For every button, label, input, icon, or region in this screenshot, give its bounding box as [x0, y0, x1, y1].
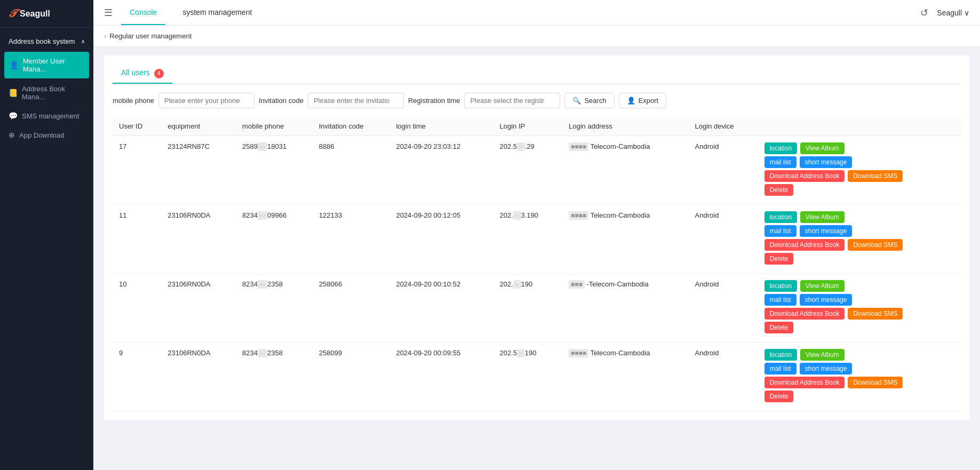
- sidebar-item-member-user[interactable]: 👤 Member User Mana...: [4, 52, 89, 78]
- cell-user-id: 10: [113, 273, 161, 342]
- export-button[interactable]: 👤 Export: [619, 93, 667, 108]
- hamburger-icon[interactable]: ☰: [104, 7, 113, 19]
- sidebar-section-address-book: Address book system ∧ 👤 Member User Mana…: [0, 28, 93, 149]
- mail-list-button[interactable]: mail list: [764, 294, 796, 306]
- cell-login-address: ■■■ -Telecom-Cambodia: [562, 273, 689, 342]
- tab-all-users[interactable]: All users 4: [113, 64, 172, 84]
- table-row: 9 23106RN0DA 8234···2358 258099 2024-09-…: [113, 342, 961, 411]
- filter-bar: mobile phone Invitation code Registratio…: [113, 93, 961, 108]
- location-button[interactable]: location: [764, 142, 797, 154]
- breadcrumb-current: Regular user management: [109, 32, 192, 40]
- short-message-button[interactable]: short message: [800, 363, 852, 375]
- cell-login-device: Android: [689, 273, 758, 342]
- mail-list-button[interactable]: mail list: [764, 156, 796, 168]
- address-book-icon: 📒: [9, 89, 18, 97]
- cell-invitation: 258099: [313, 342, 390, 411]
- cell-login-ip: 202.··3.190: [493, 204, 562, 273]
- table-row: 11 23106RN0DA 8234···09966 122133 2024-0…: [113, 204, 961, 273]
- filter-mobile-label: mobile phone: [113, 97, 154, 105]
- view-album-button[interactable]: View Album: [800, 349, 844, 361]
- short-message-button[interactable]: short message: [800, 294, 852, 306]
- delete-button[interactable]: Delete: [764, 391, 794, 402]
- user-chevron-icon: ∨: [964, 9, 969, 17]
- view-album-button[interactable]: View Album: [800, 280, 844, 292]
- cell-invitation: 258066: [313, 273, 390, 342]
- main-area: ☰ Console system management ↺ Seagull ∨ …: [93, 0, 980, 470]
- refresh-icon[interactable]: ↺: [920, 7, 928, 19]
- filter-mobile-input[interactable]: [158, 93, 254, 108]
- logo-text: Seagull: [20, 9, 50, 19]
- logo-icon: 𝒯: [9, 7, 15, 20]
- download-sms-button[interactable]: Download SMS: [848, 308, 903, 320]
- short-message-button[interactable]: short message: [800, 156, 852, 168]
- download-address-book-button[interactable]: Download Address Book: [764, 239, 845, 251]
- cell-login-time: 2024-09-20 23:03:12: [389, 136, 493, 204]
- breadcrumb: › Regular user management: [93, 26, 980, 47]
- mail-list-button[interactable]: mail list: [764, 363, 796, 375]
- search-label: Search: [584, 97, 606, 105]
- delete-button[interactable]: Delete: [764, 184, 794, 196]
- user-menu[interactable]: Seagull ∨: [937, 9, 969, 17]
- member-user-icon: 👤: [10, 61, 19, 69]
- cell-login-time: 2024-09-20 00:12:05: [389, 204, 493, 273]
- cell-invitation: 122133: [313, 204, 390, 273]
- cell-login-ip: 202.··190: [493, 273, 562, 342]
- cell-login-address: ■■■■ Telecom-Cambodia: [562, 204, 689, 273]
- tab-all-users-label: All users: [121, 68, 150, 77]
- col-user-id: User ID: [113, 117, 161, 136]
- sidebar: 𝒯 Seagull Address book system ∧ 👤 Member…: [0, 0, 93, 470]
- sidebar-item-label-member: Member User Mana...: [23, 57, 84, 73]
- filter-registration-input[interactable]: [464, 93, 560, 108]
- table-row: 10 23106RN0DA 8234···2358 258066 2024-09…: [113, 273, 961, 342]
- view-album-button[interactable]: View Album: [800, 142, 844, 154]
- cell-mobile: 2589···18031: [236, 136, 313, 204]
- download-address-book-button[interactable]: Download Address Book: [764, 308, 845, 320]
- cell-mobile: 8234···2358: [236, 273, 313, 342]
- export-icon: 👤: [627, 97, 635, 105]
- col-actions: [758, 117, 961, 136]
- mail-list-button[interactable]: mail list: [764, 225, 796, 237]
- tab-all-users-badge: 4: [154, 69, 164, 78]
- cell-actions: location View Album mail list short mess…: [758, 273, 961, 342]
- location-button[interactable]: location: [764, 211, 797, 223]
- download-sms-button[interactable]: Download SMS: [848, 170, 903, 182]
- topbar: ☰ Console system management ↺ Seagull ∨: [93, 0, 980, 26]
- tab-console[interactable]: Console: [121, 1, 165, 25]
- delete-button[interactable]: Delete: [764, 322, 794, 333]
- cell-actions: location View Album mail list short mess…: [758, 204, 961, 273]
- topbar-right: ↺ Seagull ∨: [920, 7, 969, 19]
- table-row: 17 23124RN87C 2589···18031 8886 2024-09-…: [113, 136, 961, 204]
- col-invitation-code: Invitation code: [313, 117, 390, 136]
- breadcrumb-arrow-icon: ›: [104, 32, 106, 40]
- sidebar-item-address-book[interactable]: 📒 Address Book Mana...: [0, 79, 93, 106]
- cell-login-ip: 202.5··190: [493, 342, 562, 411]
- short-message-button[interactable]: short message: [800, 225, 852, 237]
- search-button[interactable]: 🔍 Search: [564, 93, 614, 108]
- download-sms-button[interactable]: Download SMS: [848, 377, 903, 388]
- tab-bar: All users 4: [113, 64, 961, 84]
- filter-invitation-input[interactable]: [308, 93, 404, 108]
- sidebar-section-header[interactable]: Address book system ∧: [0, 32, 93, 51]
- content-area: All users 4 mobile phone Invitation code…: [93, 47, 980, 470]
- cell-user-id: 11: [113, 204, 161, 273]
- sidebar-item-sms[interactable]: 💬 SMS management: [0, 106, 93, 125]
- download-address-book-button[interactable]: Download Address Book: [764, 377, 845, 388]
- view-album-button[interactable]: View Album: [800, 211, 844, 223]
- cell-user-id: 17: [113, 136, 161, 204]
- filter-invitation-label: Invitation code: [259, 97, 304, 105]
- cell-login-time: 2024-09-20 00:09:55: [389, 342, 493, 411]
- tab-system-management[interactable]: system management: [174, 1, 260, 25]
- download-sms-button[interactable]: Download SMS: [848, 239, 903, 251]
- cell-login-address: ■■■■ Telecom-Cambodia: [562, 136, 689, 204]
- download-address-book-button[interactable]: Download Address Book: [764, 170, 845, 182]
- delete-button[interactable]: Delete: [764, 253, 794, 265]
- cell-login-ip: 202.5··.29: [493, 136, 562, 204]
- sidebar-item-label-address: Address Book Mana...: [22, 85, 85, 101]
- location-button[interactable]: location: [764, 349, 797, 361]
- col-mobile-phone: mobile phone: [236, 117, 313, 136]
- sidebar-item-app-download[interactable]: ⊕ App Download: [0, 125, 93, 145]
- cell-login-address: ■■■■ Telecom-Cambodia: [562, 342, 689, 411]
- cell-equipment: 23106RN0DA: [161, 342, 236, 411]
- cell-invitation: 8886: [313, 136, 390, 204]
- location-button[interactable]: location: [764, 280, 797, 292]
